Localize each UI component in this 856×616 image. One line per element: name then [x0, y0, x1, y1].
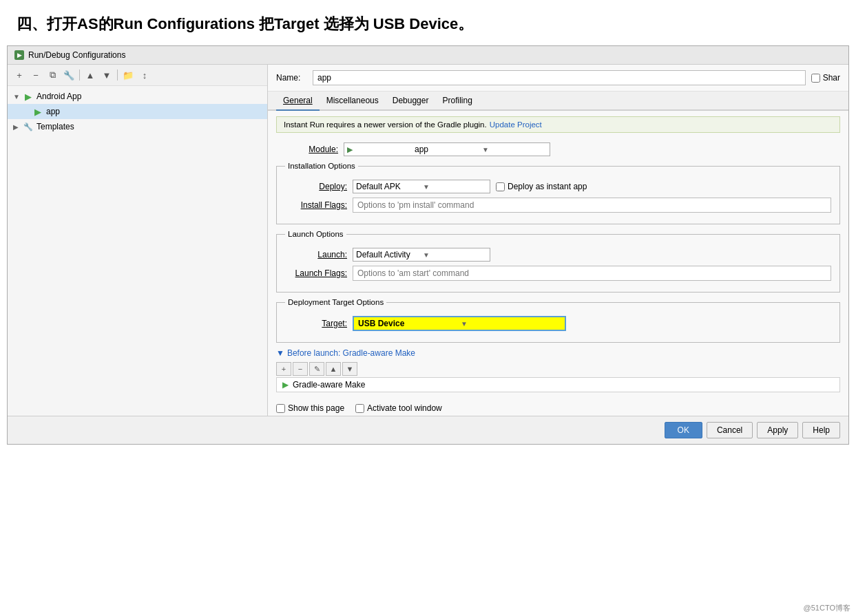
settings-button[interactable]: 🔧 — [61, 67, 76, 83]
toolbar-separator2 — [117, 70, 118, 81]
install-flags-input[interactable] — [353, 198, 831, 213]
before-launch-triangle: ▼ — [276, 348, 284, 358]
watermark: @51CTO博客 — [804, 603, 850, 613]
module-dropdown[interactable]: ▶ app ▼ — [344, 142, 550, 156]
tab-general-label: General — [283, 96, 313, 105]
cancel-button[interactable]: Cancel — [707, 422, 753, 438]
launch-flags-label: Launch Flags: — [285, 268, 347, 278]
android-app-label: Android App — [36, 92, 81, 101]
android-titlebar-icon: ▶ — [14, 50, 24, 60]
show-this-page-checkbox[interactable] — [276, 404, 285, 413]
tab-miscellaneous-label: Miscellaneous — [326, 96, 379, 105]
target-dropdown-value: USB Device — [358, 319, 458, 328]
share-checkbox-row: Shar — [811, 73, 840, 83]
gradle-icon: ▶ — [282, 380, 289, 390]
before-launch-item: ▶ Gradle-aware Make — [276, 377, 840, 392]
tree-node-templates[interactable]: ▶ 🔧 Templates — [8, 119, 267, 134]
launch-label: Launch: — [285, 250, 347, 259]
activate-tool-window-label: Activate tool window — [367, 403, 442, 413]
tree-toolbar: + − ⧉ 🔧 ▲ ▼ 📁 ↕ — [8, 65, 267, 86]
tab-profiling-label: Profiling — [442, 96, 472, 105]
before-launch-toolbar: + − ✎ ▲ ▼ — [276, 361, 840, 377]
instant-run-bar: Instant Run requires a newer version of … — [276, 116, 840, 133]
help-button[interactable]: Help — [802, 422, 840, 438]
tab-general[interactable]: General — [276, 92, 320, 111]
deploy-instant-label: Deploy as instant app — [508, 182, 587, 191]
before-launch-edit-btn[interactable]: ✎ — [309, 362, 324, 376]
deployment-target-legend: Deployment Target Options — [285, 298, 386, 306]
android-app-icon: ▶ — [23, 91, 34, 102]
before-launch-header[interactable]: ▼ Before launch: Gradle-aware Make — [276, 348, 840, 358]
target-row: Target: USB Device ▼ — [285, 316, 831, 331]
tabs-row: General Miscellaneous Debugger Profiling — [268, 92, 848, 111]
page-title: 四、打开AS的Run Configurations 把Target 选择为 US… — [0, 0, 856, 45]
launch-dropdown-arrow: ▼ — [423, 251, 487, 259]
launch-flags-row: Launch Flags: — [285, 266, 831, 281]
launch-row: Launch: Default Activity ▼ — [285, 248, 831, 262]
before-launch-item-label: Gradle-aware Make — [293, 380, 365, 390]
tab-debugger-label: Debugger — [393, 96, 429, 105]
config-tree: ▼ ▶ Android App ▶ app ▶ 🔧 Templates — [8, 86, 267, 416]
target-dropdown[interactable]: USB Device ▼ — [353, 316, 566, 331]
dialog-titlebar: ▶ Run/Debug Configurations — [8, 46, 848, 65]
tree-arrow-android-app: ▼ — [13, 93, 23, 100]
dialog-footer: OK Cancel Apply Help — [8, 416, 848, 444]
tab-debugger[interactable]: Debugger — [386, 92, 436, 111]
launch-dropdown-value: Default Activity — [356, 250, 420, 259]
move-up-button[interactable]: ▲ — [83, 67, 98, 83]
move-down-button[interactable]: ▼ — [99, 67, 114, 83]
dialog-body: + − ⧉ 🔧 ▲ ▼ 📁 ↕ ▼ ▶ Android App — [8, 65, 848, 416]
right-panel: Name: Shar General Miscellaneous Debugge… — [268, 65, 848, 416]
tab-miscellaneous[interactable]: Miscellaneous — [320, 92, 386, 111]
tab-profiling[interactable]: Profiling — [435, 92, 479, 111]
share-checkbox[interactable] — [811, 74, 820, 83]
installation-options-legend: Installation Options — [285, 162, 358, 170]
install-flags-row: Install Flags: — [285, 198, 831, 213]
update-project-link[interactable]: Update Project — [490, 120, 542, 129]
deploy-dropdown[interactable]: Default APK ▼ — [353, 180, 490, 193]
module-dropdown-arrow: ▼ — [482, 146, 547, 153]
app-label: app — [46, 107, 60, 116]
dialog-title-label: Run/Debug Configurations — [28, 50, 125, 60]
section-content: Module: ▶ app ▼ Installation Options Dep… — [268, 136, 848, 401]
tree-arrow-templates: ▶ — [13, 123, 23, 131]
deploy-dropdown-arrow: ▼ — [423, 183, 487, 191]
left-panel: + − ⧉ 🔧 ▲ ▼ 📁 ↕ ▼ ▶ Android App — [8, 65, 268, 416]
module-dropdown-value: app — [415, 145, 479, 154]
copy-config-button[interactable]: ⧉ — [45, 67, 60, 83]
launch-flags-input[interactable] — [353, 266, 831, 281]
name-input[interactable] — [313, 70, 806, 85]
before-launch-up-btn[interactable]: ▲ — [326, 362, 341, 376]
install-flags-label: Install Flags: — [285, 200, 347, 210]
activate-tool-window-checkbox[interactable] — [355, 404, 364, 413]
show-this-page-check-row: Show this page — [276, 403, 344, 413]
module-row: Module: ▶ app ▼ — [276, 142, 840, 156]
before-launch-remove-btn[interactable]: − — [293, 362, 308, 376]
tree-node-app[interactable]: ▶ app — [8, 104, 267, 119]
templates-icon: 🔧 — [23, 121, 34, 132]
deploy-row: Deploy: Default APK ▼ Deploy as instant … — [285, 180, 831, 193]
before-launch-down-btn[interactable]: ▼ — [342, 362, 357, 376]
remove-config-button[interactable]: − — [28, 67, 43, 83]
before-launch-section: ▼ Before launch: Gradle-aware Make + − ✎… — [276, 348, 840, 392]
ok-button[interactable]: OK — [665, 422, 702, 438]
deploy-label: Deploy: — [285, 182, 347, 191]
tree-node-android-app[interactable]: ▼ ▶ Android App — [8, 89, 267, 104]
show-this-page-label: Show this page — [288, 403, 344, 413]
folder-button[interactable]: 📁 — [121, 67, 136, 83]
sort-button[interactable]: ↕ — [137, 67, 152, 83]
app-icon: ▶ — [32, 106, 43, 117]
apply-button[interactable]: Apply — [757, 422, 798, 438]
target-dropdown-arrow: ▼ — [461, 320, 561, 328]
before-launch-add-btn[interactable]: + — [276, 362, 291, 376]
add-config-button[interactable]: + — [12, 67, 27, 83]
launch-options-legend: Launch Options — [285, 230, 346, 238]
launch-dropdown[interactable]: Default Activity ▼ — [353, 248, 490, 262]
module-label: Module: — [276, 145, 338, 154]
deploy-dropdown-value: Default APK — [356, 182, 420, 191]
deployment-target-fieldset: Deployment Target Options Target: USB De… — [276, 298, 840, 343]
instant-run-message: Instant Run requires a newer version of … — [284, 120, 487, 129]
run-debug-dialog: ▶ Run/Debug Configurations + − ⧉ 🔧 ▲ ▼ 📁… — [7, 45, 849, 445]
deploy-instant-checkbox[interactable] — [496, 182, 505, 191]
name-row: Name: Shar — [268, 65, 848, 92]
